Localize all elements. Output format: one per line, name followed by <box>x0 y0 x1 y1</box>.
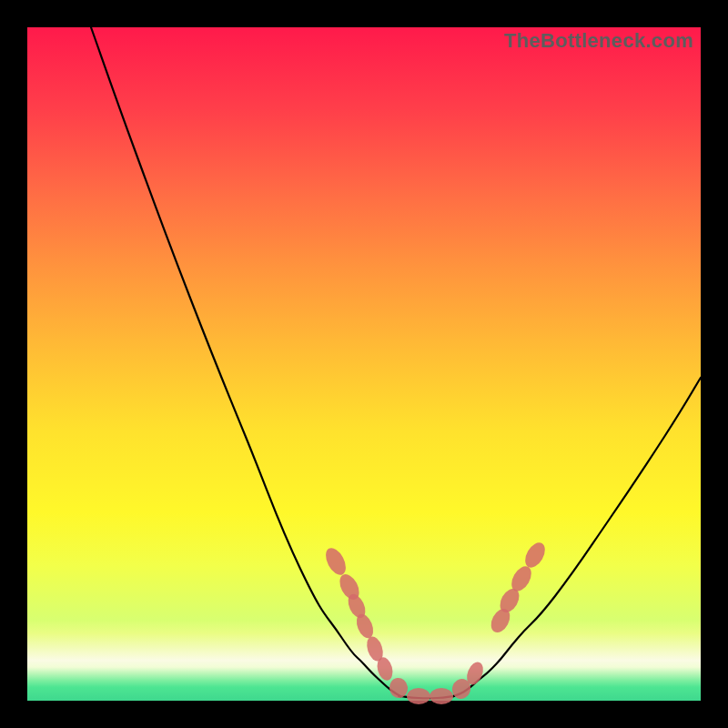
data-marker <box>389 677 410 700</box>
bottleneck-curve <box>91 27 701 698</box>
curve-group <box>91 27 701 698</box>
data-marker <box>407 688 430 704</box>
data-marker <box>521 540 550 571</box>
chart-frame: TheBottleneck.com <box>0 0 728 728</box>
markers-group <box>322 540 550 704</box>
data-marker <box>430 688 453 704</box>
data-marker <box>322 545 350 579</box>
chart-svg <box>27 27 701 701</box>
plot-area: TheBottleneck.com <box>27 27 701 701</box>
